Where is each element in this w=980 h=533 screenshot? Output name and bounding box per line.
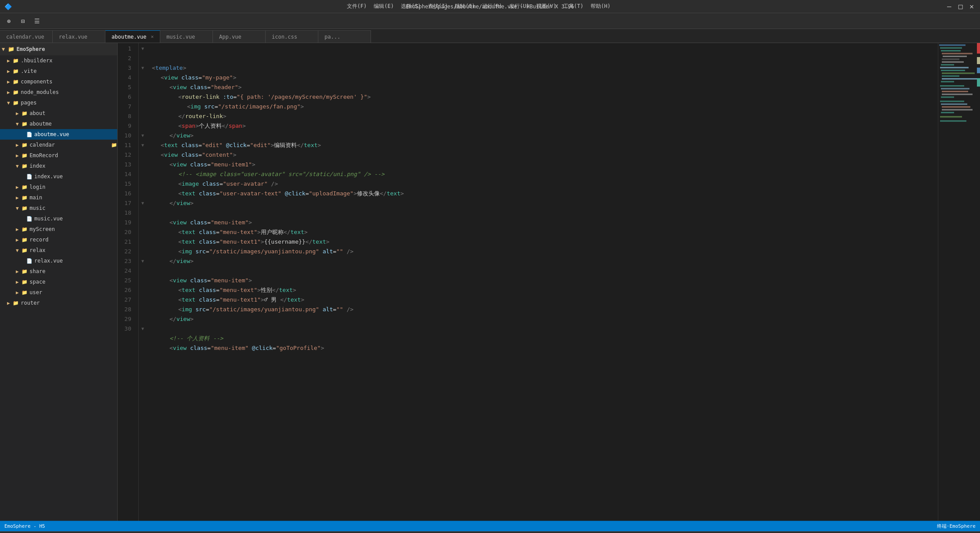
tab-iconcss[interactable]: icon.css — [266, 30, 318, 43]
minimap — [938, 43, 980, 521]
code-line-15[interactable]: </view> — [152, 198, 938, 208]
code-editor[interactable]: <template><view class="my-page"><view cl… — [147, 43, 938, 521]
tab-relax[interactable]: relax.vue — [53, 30, 105, 43]
code-line-6[interactable]: </router-link> — [152, 112, 938, 121]
code-line-24[interactable]: <text class="menu-text">性别</text> — [152, 285, 938, 295]
tab-music[interactable]: music.vue — [160, 30, 213, 43]
sidebar-item-label-login: login — [29, 184, 45, 190]
window-title: EmoSphere/pages/aboutme/aboutme.vue - HB… — [406, 4, 574, 10]
tab-aboutme[interactable]: aboutme.vue ✕ — [105, 30, 160, 43]
code-line-2[interactable]: <view class="my-page"> — [152, 73, 938, 83]
svg-rect-16 — [942, 91, 968, 92]
code-container[interactable]: 1234567891011121314151617181920212223242… — [118, 43, 980, 521]
code-line-19[interactable]: <text class="menu-text1">{{username}}</t… — [152, 237, 938, 247]
sidebar-item-aboutme[interactable]: ▼ 📁 aboutme — [0, 119, 117, 129]
folder-expanded-icon-music: ▼ 📁 — [16, 205, 28, 211]
code-line-9[interactable]: <text class="edit" @click="edit">编辑资料</t… — [152, 140, 938, 150]
sidebar: ▼ 📁 EmoSphere ▶ 📁 .hbuilderx ▶ 📁 .vite ▶… — [0, 43, 118, 521]
close-button[interactable]: ✕ — [968, 2, 976, 11]
code-line-28[interactable] — [152, 324, 938, 334]
sidebar-item-myscreen[interactable]: ▶ 📁 myScreen — [0, 224, 117, 234]
sidebar-item-index-vue[interactable]: 📄 index.vue — [0, 171, 117, 182]
code-line-13[interactable]: <image class="user-avatar" /> — [152, 179, 938, 189]
folder-collapsed-icon-router: ▶ 📁 — [7, 300, 19, 306]
code-line-16[interactable] — [152, 208, 938, 218]
code-line-29[interactable]: <!-- 个人资料 --> — [152, 334, 938, 343]
sidebar-item-router[interactable]: ▶ 📁 router — [0, 298, 117, 308]
tab-app[interactable]: App.vue — [213, 30, 266, 43]
code-line-12[interactable]: <!-- <image class="user-avatar" src="/st… — [152, 169, 938, 179]
sidebar-item-vite[interactable]: ▶ 📁 .vite — [0, 66, 117, 76]
tab-calendar[interactable]: calendar.vue — [0, 30, 53, 43]
tab-label-iconcss: icon.css — [272, 34, 297, 40]
sidebar-item-emorecord[interactable]: ▶ 📁 EmoRecord — [0, 150, 117, 161]
code-line-1[interactable]: <template> — [152, 63, 938, 73]
code-line-22[interactable] — [152, 266, 938, 276]
code-line-7[interactable]: <span>个人资料</span> — [152, 121, 938, 131]
code-line-18[interactable]: <text class="menu-text">用户昵称</text> — [152, 227, 938, 237]
sidebar-item-about[interactable]: ▶ 📁 about — [0, 108, 117, 119]
sidebar-item-node-modules[interactable]: ▶ 📁 node_modules — [0, 87, 117, 97]
code-line-17[interactable]: <view class="menu-item"> — [152, 218, 938, 227]
sidebar-project-root[interactable]: ▼ 📁 EmoSphere — [0, 43, 117, 55]
status-terminal[interactable]: 终端·EmoSphere — [937, 523, 976, 529]
sidebar-item-calendar[interactable]: ▶ 📁 calendar 📁 — [0, 140, 117, 150]
code-line-10[interactable]: <view class="content"> — [152, 150, 938, 160]
sidebar-item-components[interactable]: ▶ 📁 components — [0, 76, 117, 87]
menu-toggle-button[interactable]: ☰ — [32, 16, 42, 26]
code-line-25[interactable]: <text class="menu-text1">♂ 男 </text> — [152, 295, 938, 305]
folder-expanded-icon-pages: ▼ 📁 — [7, 100, 19, 106]
window-controls[interactable]: — □ ✕ — [945, 2, 976, 11]
svg-rect-23 — [941, 112, 954, 113]
menu-help[interactable]: 帮助(H) — [591, 3, 611, 10]
sidebar-item-aboutme-vue[interactable]: 📄 aboutme.vue — [0, 129, 117, 140]
sidebar-item-music[interactable]: ▼ 📁 music — [0, 203, 117, 213]
sidebar-item-relax[interactable]: ▼ 📁 relax — [0, 245, 117, 256]
code-line-14[interactable]: <text class="user-avatar-text" @click="u… — [152, 189, 938, 198]
code-line-23[interactable]: <view class="menu-item"> — [152, 276, 938, 285]
sidebar-item-user[interactable]: ▶ 📁 user — [0, 287, 117, 298]
sidebar-item-record[interactable]: ▶ 📁 record — [0, 234, 117, 245]
maximize-button[interactable]: □ — [957, 2, 965, 11]
code-line-20[interactable]: <img src="/static/images/yuanjiantou.png… — [152, 247, 938, 256]
minimize-button[interactable]: — — [945, 2, 953, 11]
sidebar-item-relax-vue[interactable]: 📄 relax.vue — [0, 256, 117, 266]
copy-button[interactable]: ⊟ — [18, 16, 28, 26]
sidebar-item-space[interactable]: ▶ 📁 space — [0, 277, 117, 287]
line-numbers: 1234567891011121314151617181920212223242… — [118, 43, 139, 521]
sidebar-item-main[interactable]: ▶ 📁 main — [0, 192, 117, 203]
menu-edit[interactable]: 编辑(E) — [374, 3, 394, 10]
code-line-30[interactable]: <view class="menu-item" @click="goToProf… — [152, 343, 938, 353]
svg-rect-19 — [940, 101, 964, 102]
code-line-11[interactable]: <view class="menu-item1"> — [152, 160, 938, 169]
code-line-5[interactable]: <img src="/static/images/fan.png"> — [152, 102, 938, 112]
tabs-bar: calendar.vue relax.vue aboutme.vue ✕ mus… — [0, 29, 980, 43]
sidebar-item-login[interactable]: ▶ 📁 login — [0, 182, 117, 192]
menu-file[interactable]: 文件(F) — [347, 3, 367, 10]
code-line-8[interactable]: </view> — [152, 131, 938, 140]
svg-rect-7 — [941, 64, 954, 65]
new-file-button[interactable]: ⊕ — [4, 16, 14, 26]
tab-pa[interactable]: pa... — [318, 30, 371, 43]
code-line-4[interactable]: <router-link :to="{ path: '/pages/myScre… — [152, 92, 938, 102]
code-line-27[interactable]: </view> — [152, 314, 938, 324]
sidebar-item-pages[interactable]: ▼ 📁 pages — [0, 97, 117, 108]
svg-rect-2 — [941, 50, 961, 51]
code-line-21[interactable]: </view> — [152, 256, 938, 266]
editor-area: 1234567891011121314151617181920212223242… — [118, 43, 980, 521]
sidebar-item-index[interactable]: ▼ 📁 index — [0, 161, 117, 171]
sidebar-item-label-index-vue: index.vue — [34, 173, 63, 180]
sidebar-item-hbuilderx[interactable]: ▶ 📁 .hbuilderx — [0, 55, 117, 66]
folder-collapsed-icon-share: ▶ 📁 — [16, 269, 28, 274]
svg-rect-25 — [940, 120, 966, 122]
sidebar-item-label-music-vue: music.vue — [34, 216, 63, 222]
sidebar-item-music-vue[interactable]: 📄 music.vue — [0, 213, 117, 224]
sidebar-item-share[interactable]: ▶ 📁 share — [0, 266, 117, 277]
folder-collapsed-icon-calendar: ▶ 📁 — [16, 142, 28, 148]
folder-expanded-icon-index: ▼ 📁 — [16, 163, 28, 169]
code-line-3[interactable]: <view class="header"> — [152, 83, 938, 92]
tab-close-aboutme[interactable]: ✕ — [151, 34, 154, 40]
svg-rect-21 — [942, 106, 970, 108]
sidebar-item-label-record: record — [29, 237, 48, 243]
code-line-26[interactable]: <img src="/static/images/yuanjiantou.png… — [152, 305, 938, 314]
